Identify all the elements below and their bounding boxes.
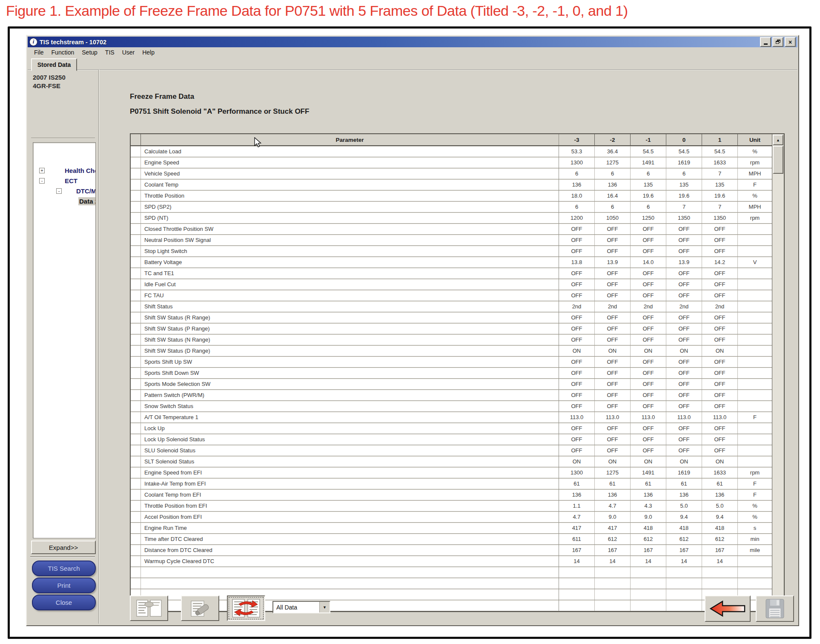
frame-value-cell: 1250 [631,213,666,223]
snapshot-button[interactable] [181,595,219,621]
table-row[interactable]: Warmup Cycle Cleared DTC1414141414 [131,556,772,567]
table-row[interactable]: Idle Fuel CutOFFOFFOFFOFFOFF [131,279,772,290]
tis-search-button[interactable]: TIS Search [32,561,96,576]
menu-item-user[interactable]: User [118,48,139,57]
table-row[interactable]: Shift SW Status (N Range)OFFOFFOFFOFFOFF [131,334,772,345]
table-row[interactable]: Sports Shift Down SWOFFOFFOFFOFFOFF [131,368,772,379]
scroll-thumb[interactable] [773,146,783,174]
table-row[interactable]: Time after DTC Cleared611612612612612min [131,534,772,545]
table-row[interactable]: FC TAUOFFOFFOFFOFFOFF [131,290,772,301]
row-selector-cell [131,401,141,411]
frame-value-cell: OFF [666,401,702,411]
tab-stored-data[interactable]: Stored Data [31,58,77,71]
collapse-minus-icon[interactable]: - [56,188,62,194]
menu-item-file[interactable]: File [30,48,48,57]
print-button[interactable]: Print [32,578,96,593]
table-row[interactable]: Accel Position from EFI4.79.09.09.49.4% [131,512,772,523]
frame-value-cell: OFF [631,334,666,345]
table-row[interactable]: A/T Oil Temperature 1113.0113.0113.0113.… [131,412,772,423]
table-row[interactable]: SLT Solenoid StatusONONONONON [131,456,772,467]
table-row[interactable]: Vehicle Speed66667MPH [131,168,772,179]
table-row[interactable]: TC and TE1OFFOFFOFFOFFOFF [131,268,772,279]
row-selector-cell [131,257,141,267]
vehicle-model: 2007 IS250 [33,73,66,82]
frame-value-cell: OFF [631,423,666,434]
restore-button[interactable] [772,37,783,47]
save-button[interactable] [756,595,794,622]
table-row[interactable]: Sports Mode Selection SWOFFOFFOFFOFFOFF [131,379,772,390]
tree-item-ect[interactable]: -ECT [33,176,95,186]
frame-value-cell: OFF [666,224,702,234]
frame-value-cell: OFF [559,423,595,434]
expand-plus-icon[interactable]: + [39,168,45,173]
table-row[interactable]: Stop Light SwitchOFFOFFOFFOFFOFF [131,246,772,257]
header-frame-0[interactable]: 0 [666,134,702,145]
header-frame--1[interactable]: -1 [631,134,666,145]
table-row[interactable]: Calculate Load53.336.454.554.554.5% [131,146,772,157]
table-row[interactable]: Shift SW Status (R Range)OFFOFFOFFOFFOFF [131,312,772,323]
menu-item-help[interactable]: Help [138,48,158,57]
header-frame-1[interactable]: 1 [702,134,738,145]
table-row[interactable]: Lock Up Solenoid StatusOFFOFFOFFOFFOFF [131,434,772,445]
frame-value-cell [702,578,738,589]
header-frame--3[interactable]: -3 [559,134,595,145]
table-row[interactable]: Engine Speed13001275149116191633rpm [131,157,772,168]
table-scrollbar[interactable]: ▲ ▼ [772,134,784,611]
table-row[interactable]: SLU Solenoid StatusOFFOFFOFFOFFOFF [131,445,772,456]
table-row[interactable]: Neutral Position SW SignalOFFOFFOFFOFFOF… [131,235,772,246]
frame-value-cell: OFF [631,368,666,378]
table-row[interactable]: Shift SW Status (D Range)ONONONONON [131,345,772,356]
tree-item-label: DTC/Monit [76,187,95,195]
frame-value-cell: 2nd [595,301,631,312]
frame-value-cell: OFF [666,279,702,290]
table-row[interactable]: Intake-Air Temp from EFI6161616161F [131,478,772,489]
table-row[interactable]: Distance from DTC Cleared167167167167167… [131,545,772,556]
menu-item-tis[interactable]: TIS [101,48,118,57]
frame-value-cell: OFF [559,323,595,334]
table-row[interactable]: Snow Switch StatusOFFOFFOFFOFFOFF [131,401,772,412]
header-parameter[interactable]: Parameter [141,134,559,145]
table-row[interactable]: Sports Shift Up SWOFFOFFOFFOFFOFF [131,356,772,368]
exchange-data-button[interactable] [227,595,265,621]
table-row[interactable]: Engine Speed from EFI1300127514911619163… [131,467,772,478]
table-row[interactable]: Shift Status2nd2nd2nd2nd2nd [131,301,772,312]
table-row[interactable] [131,567,772,578]
table-row[interactable]: Throttle Position from EFI1.14.74.35.05.… [131,500,772,512]
data-filter-select[interactable]: All Data ▼ [272,601,330,613]
table-row[interactable]: SPD (SP2)66677MPH [131,201,772,213]
table-row[interactable]: Coolant Temp from EFI136136136136136F [131,489,772,500]
table-row[interactable] [131,578,772,589]
header-frame--2[interactable]: -2 [595,134,631,145]
menu-item-setup[interactable]: Setup [78,48,101,57]
table-row[interactable]: SPD (NT)12001050125013501350rpm [131,213,772,224]
close-button[interactable]: Close [32,595,96,610]
expand-button[interactable]: Expand>> [31,540,96,554]
close-window-button[interactable]: × [785,37,796,47]
data-filter-value: All Data [273,604,319,611]
collapse-minus-icon[interactable]: - [39,178,45,184]
menu-item-function[interactable]: Function [48,48,78,57]
row-selector-cell [131,556,141,566]
frame-value-cell: OFF [595,235,631,245]
table-row[interactable]: Pattern Switch (PWR/M)OFFOFFOFFOFFOFF [131,390,772,401]
table-row[interactable]: Shift SW Status (P Range)OFFOFFOFFOFFOFF [131,323,772,334]
table-row[interactable]: Closed Throttle Position SWOFFOFFOFFOFFO… [131,224,772,235]
table-row[interactable]: Coolant Temp136136135135135F [131,179,772,190]
table-row[interactable]: Engine Run Time417417418418418s [131,523,772,534]
back-button[interactable] [705,595,751,622]
scroll-up-button[interactable]: ▲ [773,135,783,145]
table-row[interactable]: Lock UpOFFOFFOFFOFFOFF [131,423,772,434]
dropdown-arrow-icon[interactable]: ▼ [319,602,330,612]
table-row[interactable]: Throttle Position18.016.419.619.619.6% [131,190,772,201]
frame-value-cell: 9.4 [666,512,702,522]
compare-data-button[interactable] [130,595,168,621]
floppy-disk-icon [765,598,785,619]
unit-cell: F [738,478,772,489]
table-row[interactable]: Battery Voltage13.813.914.013.914.2V [131,257,772,268]
minimize-button[interactable] [760,37,771,47]
tree-item-data-2[interactable]: Data 2. [33,196,95,207]
tree-item-health-check[interactable]: +Health Check [33,166,95,176]
frame-value-cell: 611 [559,534,595,544]
tree-item-dtc-monit[interactable]: -DTC/Monit [33,186,95,196]
header-unit[interactable]: Unit [738,134,772,145]
